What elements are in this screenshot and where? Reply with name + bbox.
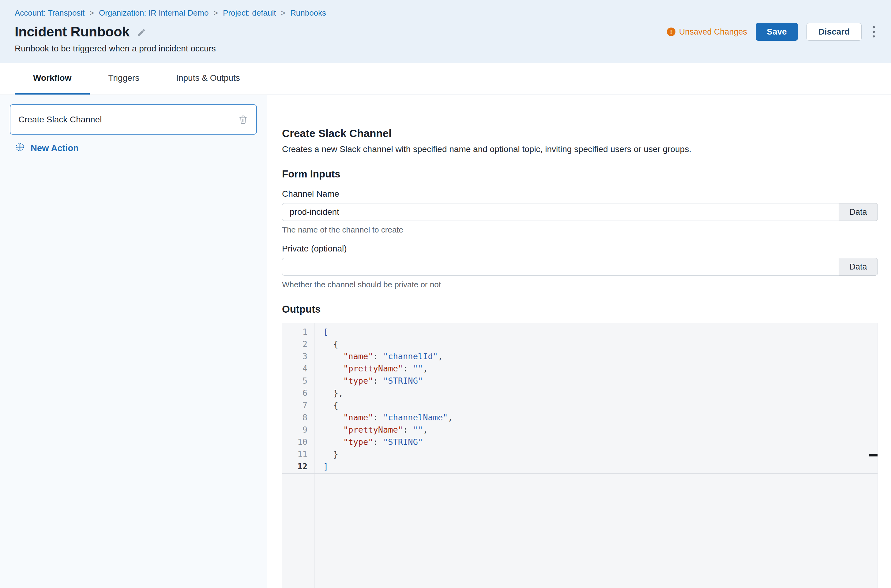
channel-name-input-group: Data [282, 203, 878, 221]
channel-name-help: The name of the channel to create [282, 225, 878, 235]
tab-workflow[interactable]: Workflow [15, 63, 90, 94]
line-number: 4 [282, 363, 314, 375]
line-number: 11 [282, 448, 314, 460]
new-action-label: New Action [31, 143, 79, 153]
code-line-text: }, [314, 387, 343, 399]
content-area: Create Slack Channel New Action Create S… [0, 95, 891, 588]
channel-name-input[interactable] [282, 203, 838, 221]
unsaved-changes-label: Unsaved Changes [679, 27, 747, 37]
code-line[interactable]: 3 "name": "channelId", [282, 350, 877, 363]
tab-inputs-outputs[interactable]: Inputs & Outputs [158, 63, 259, 94]
breadcrumb-separator: > [89, 8, 94, 18]
private-help: Whether the channel should be private or… [282, 280, 878, 290]
channel-name-data-button[interactable]: Data [838, 203, 878, 221]
code-line[interactable]: 9 "prettyName": "", [282, 424, 877, 436]
outputs-heading: Outputs [282, 303, 878, 315]
line-number: 12 [282, 460, 314, 472]
code-line-text: "type": "STRING" [314, 436, 423, 448]
code-line[interactable]: 11 } [282, 448, 877, 460]
code-line[interactable]: 7 { [282, 399, 877, 411]
breadcrumb-separator: > [281, 8, 285, 18]
page-title: Incident Runbook [15, 24, 129, 40]
private-label: Private (optional) [282, 244, 878, 254]
add-action-icon [14, 141, 26, 155]
line-number: 6 [282, 387, 314, 399]
code-line[interactable]: 1[ [282, 326, 877, 338]
title-row: Incident Runbook ! Unsaved Changes Save … [15, 22, 876, 41]
private-data-button[interactable]: Data [838, 258, 878, 276]
action-title: Create Slack Channel [282, 127, 878, 140]
code-line-text: "type": "STRING" [314, 375, 423, 387]
line-number: 9 [282, 424, 314, 436]
discard-button[interactable]: Discard [807, 23, 862, 41]
line-number: 8 [282, 411, 314, 424]
code-line-text: { [314, 338, 338, 350]
new-action-button[interactable]: New Action [14, 141, 257, 155]
private-input[interactable] [282, 258, 838, 276]
code-line-text: ] [314, 460, 328, 472]
channel-name-label: Channel Name [282, 189, 878, 199]
private-input-group: Data [282, 258, 878, 276]
unsaved-changes-badge: ! Unsaved Changes [667, 27, 747, 37]
code-line[interactable]: 2 { [282, 338, 877, 350]
breadcrumb-project[interactable]: Project: default [223, 8, 276, 18]
line-number: 7 [282, 399, 314, 411]
tab-triggers[interactable]: Triggers [90, 63, 158, 94]
line-number: 1 [282, 326, 314, 338]
line-number: 10 [282, 436, 314, 448]
breadcrumb-account[interactable]: Account: Transposit [15, 8, 84, 18]
code-line[interactable]: 5 "type": "STRING" [282, 375, 877, 387]
line-number: 2 [282, 338, 314, 350]
code-line-text: } [314, 448, 338, 460]
panel-divider [282, 115, 878, 115]
code-line-text: "name": "channelName", [314, 411, 453, 424]
form-inputs-heading: Form Inputs [282, 168, 878, 180]
code-line[interactable]: 10 "type": "STRING" [282, 436, 877, 448]
code-line-text: "prettyName": "", [314, 363, 428, 375]
code-line-text: [ [314, 326, 328, 338]
action-detail-panel: Create Slack Channel Creates a new Slack… [267, 95, 891, 588]
breadcrumb: Account: Transposit > Organization: IR I… [15, 8, 876, 18]
active-line-rule [282, 473, 877, 474]
code-lines: 1[2 {3 "name": "channelId",4 "prettyName… [282, 323, 877, 472]
edit-title-icon[interactable] [137, 28, 146, 38]
breadcrumb-organization[interactable]: Organization: IR Internal Demo [99, 8, 209, 18]
tab-bar: Workflow Triggers Inputs & Outputs [0, 63, 891, 95]
breadcrumb-separator: > [214, 8, 218, 18]
scrollbar-thumb[interactable] [869, 454, 877, 456]
code-line[interactable]: 6 }, [282, 387, 877, 399]
delete-step-icon[interactable] [238, 114, 248, 125]
line-number: 5 [282, 375, 314, 387]
header-controls: ! Unsaved Changes Save Discard [667, 23, 876, 41]
page-subtitle: Runbook to be triggered when a prod inci… [15, 44, 876, 54]
save-button[interactable]: Save [756, 23, 798, 41]
breadcrumb-runbooks[interactable]: Runbooks [290, 8, 326, 18]
line-number: 3 [282, 350, 314, 363]
code-line-text: "name": "channelId", [314, 350, 443, 363]
code-line[interactable]: 4 "prettyName": "", [282, 363, 877, 375]
action-description: Creates a new Slack channel with specifi… [282, 144, 878, 154]
workflow-step-label: Create Slack Channel [18, 115, 102, 124]
code-line[interactable]: 12] [282, 460, 877, 472]
code-line-text: "prettyName": "", [314, 424, 428, 436]
workflow-sidebar: Create Slack Channel New Action [0, 95, 267, 588]
page-header: Account: Transposit > Organization: IR I… [0, 0, 891, 63]
warning-icon: ! [667, 27, 676, 36]
workflow-step-create-slack-channel[interactable]: Create Slack Channel [10, 104, 257, 135]
kebab-menu-icon[interactable] [871, 25, 876, 39]
code-line-text: { [314, 399, 338, 411]
code-line[interactable]: 8 "name": "channelName", [282, 411, 877, 424]
outputs-code-editor[interactable]: 1[2 {3 "name": "channelId",4 "prettyName… [282, 323, 878, 588]
